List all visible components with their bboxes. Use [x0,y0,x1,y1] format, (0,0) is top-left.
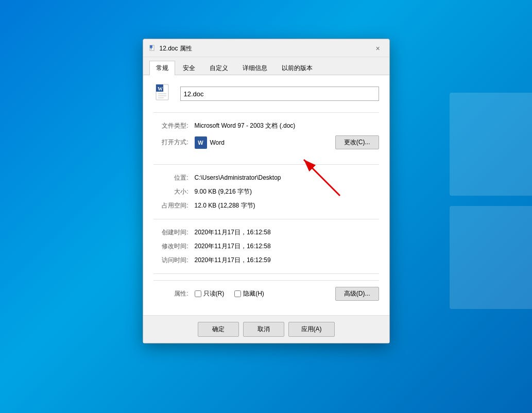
close-button[interactable]: × [373,43,383,54]
title-bar: W 12.doc 属性 × [143,39,389,57]
file-icon-small: W [149,45,156,52]
hidden-checkbox-label[interactable]: 隐藏(H) [234,289,264,298]
dialog-content: W 文件类型: Microsoft Word 97 - 2003 文档 (.do… [143,75,389,315]
dialog-icon: W [148,44,157,53]
advanced-button[interactable]: 高级(D)... [335,287,379,301]
ok-button[interactable]: 确定 [198,322,239,337]
properties-dialog: W 12.doc 属性 × 常规 安全 自定义 详细信息 以前的版本 [143,39,390,343]
doc-file-icon: W [153,83,174,104]
tabs-bar: 常规 安全 自定义 详细信息 以前的版本 [143,57,389,75]
readonly-checkbox-label[interactable]: 只读(R) [195,289,225,298]
attributes-label: 属性: [153,289,195,298]
open-with-label: 打开方式: [153,138,195,147]
file-type-label: 文件类型: [153,122,195,130]
size-row: 大小: 9.00 KB (9,216 字节) [153,185,379,199]
svg-text:W: W [158,86,163,92]
filename-input[interactable] [180,87,379,101]
accessed-row: 访问时间: 2020年11月17日，16:12:59 [153,253,379,267]
title-bar-left: W 12.doc 属性 [148,44,192,53]
file-info-section: 文件类型: Microsoft Word 97 - 2003 文档 (.doc)… [153,119,379,165]
apply-button[interactable]: 应用(A) [288,322,335,337]
tab-general[interactable]: 常规 [149,61,175,75]
location-label: 位置: [153,174,195,182]
attributes-section: 属性: 只读(R) 隐藏(H) 高级(D)... [153,280,379,307]
word-app-icon: W [195,136,207,149]
modified-value: 2020年11月17日，16:12:58 [195,242,379,251]
tab-custom[interactable]: 自定义 [203,61,235,75]
location-row: 位置: C:\Users\Administrator\Desktop [153,171,379,185]
open-with-app-name: Word [210,139,225,146]
tab-details[interactable]: 详细信息 [236,61,274,75]
open-with-app: W Word 更改(C)... [195,135,379,149]
file-type-value: Microsoft Word 97 - 2003 文档 (.doc) [195,122,379,130]
size-value: 9.00 KB (9,216 字节) [195,187,379,196]
cancel-button[interactable]: 取消 [243,322,284,337]
attributes-controls: 只读(R) 隐藏(H) 高级(D)... [195,287,379,301]
tab-security[interactable]: 安全 [176,61,202,75]
size-label: 大小: [153,187,195,196]
hidden-checkbox[interactable] [234,290,241,297]
accessed-value: 2020年11月17日，16:12:59 [195,256,379,265]
accessed-label: 访问时间: [153,256,195,265]
created-row: 创建时间: 2020年11月17日，16:12:58 [153,226,379,239]
location-size-section: 位置: C:\Users\Administrator\Desktop 大小: 9… [153,171,379,219]
dialog-buttons: 确定 取消 应用(A) [143,315,389,343]
disk-size-label: 占用空间: [153,201,195,210]
dialog-overlay: W 12.doc 属性 × 常规 安全 自定义 详细信息 以前的版本 [0,0,532,413]
modified-label: 修改时间: [153,242,195,251]
readonly-checkbox[interactable] [195,290,201,297]
open-with-row: 打开方式: W Word 更改(C)... [153,133,379,152]
created-value: 2020年11月17日，16:12:58 [195,228,379,237]
hidden-label: 隐藏(H) [243,289,264,298]
location-value: C:\Users\Administrator\Desktop [195,174,379,181]
disk-size-row: 占用空间: 12.0 KB (12,288 字节) [153,199,379,213]
file-icon-large: W [153,83,174,104]
filename-section: W [153,83,379,113]
created-label: 创建时间: [153,228,195,237]
dialog-title: 12.doc 属性 [160,44,192,53]
attributes-row: 属性: 只读(R) 隐藏(H) 高级(D)... [153,287,379,301]
tab-previous-versions[interactable]: 以前的版本 [275,61,319,75]
disk-size-value: 12.0 KB (12,288 字节) [195,201,379,210]
file-type-row: 文件类型: Microsoft Word 97 - 2003 文档 (.doc) [153,119,379,133]
modified-row: 修改时间: 2020年11月17日，16:12:58 [153,239,379,253]
change-button[interactable]: 更改(C)... [335,135,379,149]
timestamps-section: 创建时间: 2020年11月17日，16:12:58 修改时间: 2020年11… [153,226,379,274]
readonly-label: 只读(R) [203,289,225,298]
